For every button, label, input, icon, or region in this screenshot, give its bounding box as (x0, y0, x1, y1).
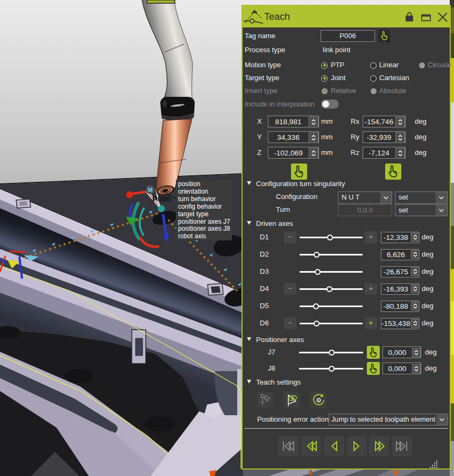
svg-text:P006: P006 (152, 194, 171, 203)
svg-text:M: M (147, 187, 152, 193)
